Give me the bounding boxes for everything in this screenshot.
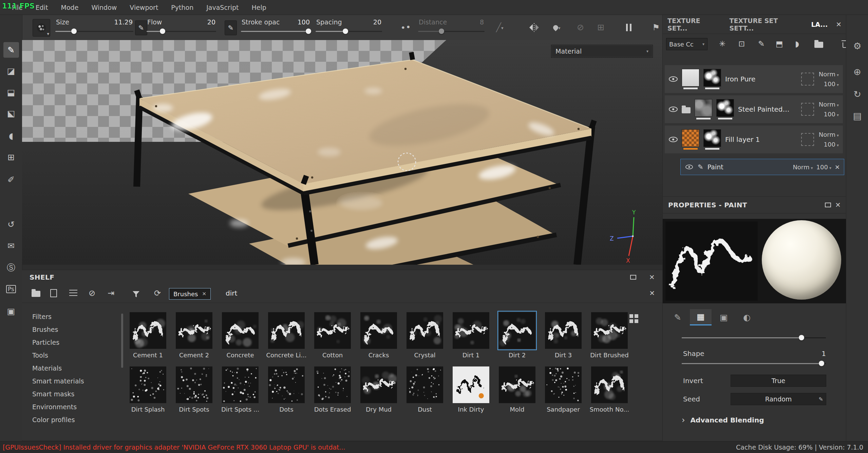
tab-alpha[interactable]: ▦ — [690, 309, 712, 325]
opacity-select[interactable]: 100▾ — [824, 111, 839, 118]
clone-tool[interactable]: ⊞ — [3, 149, 19, 165]
undock-icon[interactable] — [630, 275, 636, 280]
slider-track[interactable] — [418, 31, 485, 32]
brush-tile-cement-1[interactable]: Cement 1 — [127, 312, 169, 359]
brush-tile-dirt-1[interactable]: Dirt 1 — [450, 312, 492, 359]
layer-thumbnail[interactable] — [716, 99, 734, 119]
projection-tool[interactable]: ⬓ — [3, 84, 19, 100]
alpha-slider[interactable] — [682, 337, 826, 338]
angle-falloff-icon[interactable]: ╱▾ — [496, 23, 504, 32]
slider-handle[interactable] — [71, 29, 77, 34]
brush-tile-crystal[interactable]: Crystal — [404, 312, 446, 359]
invert-toggle-button[interactable]: True — [731, 375, 826, 387]
brush-tile-dirt-2[interactable]: Dirt 2 — [496, 312, 538, 359]
blend-mode-select[interactable]: Norm▾ — [819, 71, 839, 78]
close-icon[interactable]: ✕ — [835, 164, 840, 171]
tab-la-[interactable]: LA... — [811, 21, 828, 28]
edit-pencil-icon[interactable]: ✎ — [819, 396, 823, 402]
blend-mode-select[interactable]: Norm▾ — [793, 164, 813, 171]
grid-view-icon[interactable] — [629, 314, 638, 323]
brush-tile-dirt-brushed[interactable]: Dirt Brushed — [589, 312, 630, 359]
opacity-select[interactable]: 100▾ — [816, 164, 831, 171]
layer-row-fill-layer-1[interactable]: Fill layer 1Norm▾100▾ — [665, 126, 843, 153]
visibility-eye-icon[interactable] — [669, 107, 678, 112]
visibility-eye-icon[interactable] — [669, 76, 678, 82]
brush-tile-dirt-3[interactable]: Dirt 3 — [543, 312, 584, 359]
symmetry-icon[interactable] — [528, 22, 540, 33]
new-resource-icon[interactable] — [50, 289, 57, 297]
layer-thumbnail[interactable] — [682, 69, 699, 89]
layer-row-steel-painted-[interactable]: Steel Painted ...Norm▾100▾ — [665, 95, 843, 123]
shape-slider[interactable] — [682, 363, 826, 364]
menu-window[interactable]: Window — [85, 4, 123, 11]
slider-track[interactable] — [55, 31, 133, 32]
resources-updater-icon[interactable]: ▣ — [3, 303, 19, 319]
polygon-fill-tool[interactable]: ⬕ — [3, 106, 19, 121]
slider-handle[interactable] — [799, 335, 804, 340]
shelf-category-brushes[interactable]: Brushes — [32, 323, 91, 336]
add-smudge-icon[interactable]: ◗ — [795, 40, 799, 48]
substance-share-icon[interactable]: ↺ — [3, 216, 19, 232]
shelf-category-tools[interactable]: Tools — [32, 349, 91, 362]
slider-group-distance[interactable]: Distance8 — [418, 18, 485, 37]
size-pressure-toggle[interactable]: ✎ — [135, 20, 147, 35]
settings-gear-icon[interactable]: ⚙ — [853, 41, 861, 51]
flow-pressure-toggle[interactable]: ✎ — [225, 20, 237, 35]
brush-tile-dirt-splash[interactable]: Dirt Splash — [127, 366, 169, 413]
add-stamp-icon[interactable]: ⊡ — [738, 40, 745, 48]
channel-filter-select[interactable]: Base Cc ▾ — [666, 38, 707, 50]
slider-group-stroke-opac[interactable]: Stroke opac100 — [241, 18, 310, 37]
layer-thumbnail[interactable] — [682, 129, 699, 150]
eraser-tool[interactable]: ◪ — [3, 63, 19, 79]
opacity-select[interactable]: 100▾ — [824, 80, 839, 88]
layer-thumbnail[interactable] — [695, 99, 712, 119]
brush-tile-dirt-spots-[interactable]: Dirt Spots ... — [220, 366, 261, 413]
opacity-select[interactable]: 100▾ — [824, 141, 839, 148]
add-paint-layer-icon[interactable]: ✎ — [758, 40, 765, 48]
seed-button[interactable]: Random ✎ — [731, 393, 826, 405]
viewport-3d[interactable]: Y Z X Material ▾ — [22, 40, 662, 265]
hide-assets-icon[interactable]: ⊘ — [89, 289, 95, 297]
tab-texture-set-sett-[interactable]: TEXTURE SET SETT... — [729, 17, 803, 32]
menu-mode[interactable]: Mode — [55, 4, 85, 11]
undock-icon[interactable] — [825, 203, 831, 207]
add-group-icon[interactable] — [814, 42, 823, 48]
photoshop-icon[interactable]: Ps — [3, 281, 19, 297]
display-settings-icon[interactable]: ⊕ — [853, 67, 861, 77]
brush-tile-dust[interactable]: Dust — [404, 366, 446, 413]
remove-tag-icon[interactable]: ✕ — [202, 291, 206, 297]
close-icon[interactable]: ✕ — [835, 201, 841, 209]
tab-material[interactable]: ◐ — [736, 309, 758, 325]
slider-handle[interactable] — [819, 361, 824, 366]
layer-row-paint[interactable]: ✎ Paint Norm▾ 100▾ ✕ — [680, 159, 844, 175]
history-icon[interactable]: ↻ — [853, 89, 861, 99]
close-icon[interactable]: ✕ — [836, 20, 842, 29]
alpha-blend-icon[interactable]: ▾ — [553, 23, 561, 32]
mask-thumbnail[interactable] — [801, 73, 814, 86]
slider-track[interactable] — [147, 31, 216, 32]
brush-tile-cotton[interactable]: Cotton — [312, 312, 353, 359]
brush-tile-cracks[interactable]: Cracks — [358, 312, 399, 359]
navigation-gizmo[interactable]: Y Z X — [610, 209, 636, 264]
shelf-category-smart-materials[interactable]: Smart materials — [32, 375, 91, 388]
brush-tile-dots[interactable]: Dots — [266, 366, 307, 413]
advanced-blending-section[interactable]: › Advanced Blending — [682, 415, 764, 425]
menu-python[interactable]: Python — [165, 4, 200, 11]
brush-tile-mold[interactable]: Mold — [496, 366, 538, 413]
shelf-category-color-profiles[interactable]: Color profiles — [32, 413, 91, 426]
lazy-mouse-icon[interactable]: ⊘ — [577, 23, 584, 32]
mask-thumbnail[interactable] — [801, 103, 814, 116]
add-effect-icon[interactable]: ✳ — [719, 40, 725, 48]
brush-tile-sandpaper[interactable]: Sandpaper — [543, 366, 584, 413]
slider-handle[interactable] — [160, 29, 165, 34]
material-picker-tool[interactable]: ✐ — [3, 172, 19, 187]
clear-search-icon[interactable]: ✕ — [649, 289, 655, 297]
shelf-category-filters[interactable]: Filters — [32, 310, 91, 323]
shading-mode-select[interactable]: Material ▾ — [551, 45, 653, 58]
refresh-icon[interactable]: ⟳ — [154, 289, 161, 297]
viewport-3d-scene[interactable]: Y Z X — [22, 40, 662, 265]
brush-tile-dry-mud[interactable]: Dry Mud — [358, 366, 399, 413]
log-icon[interactable]: ▤ — [853, 111, 862, 121]
tab-texture-set-[interactable]: TEXTURE SET... — [667, 17, 721, 32]
snap-grid-icon[interactable]: ⊞ — [597, 23, 604, 32]
